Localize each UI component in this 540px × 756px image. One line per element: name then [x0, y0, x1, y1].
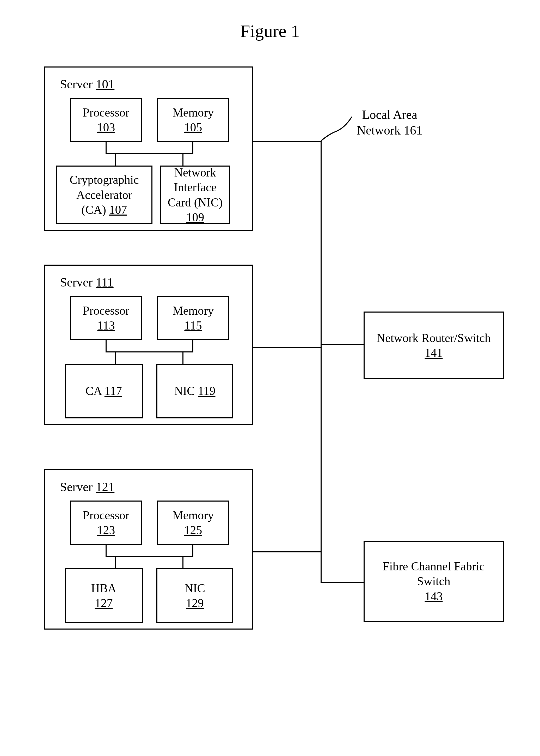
- server-1-bus-h: [105, 153, 194, 154]
- server-1-ca-l2: Accelerator: [76, 188, 132, 203]
- server-2-memory-ref: 115: [184, 318, 202, 333]
- server-1-processor-name: Processor: [83, 105, 130, 120]
- server-1-processor: Processor 103: [70, 98, 142, 142]
- network-router-switch: Network Router/Switch 141: [363, 312, 504, 379]
- server-2-bus-proc-v: [105, 340, 107, 352]
- server-3-hba: HBA 127: [65, 568, 143, 623]
- fcswitch-ref: 143: [425, 589, 443, 604]
- lan-label-l1: Local Area: [349, 107, 430, 122]
- server-2-memory-name: Memory: [173, 303, 214, 318]
- server-2-bus-mem-v: [192, 340, 194, 352]
- lan-stub-server1: [253, 141, 322, 142]
- server-1-ca-l3: (CA): [81, 203, 109, 217]
- server-2-prefix: Server: [60, 275, 96, 289]
- server-1-ca-ref: 107: [109, 203, 127, 217]
- server-2-ca: CA 117: [65, 364, 143, 418]
- server-3-memory: Memory 125: [157, 501, 229, 545]
- server-2-processor-name: Processor: [83, 303, 130, 318]
- lan-stub-server2: [253, 347, 322, 348]
- lan-backbone-v: [321, 141, 322, 583]
- server-3-bus-proc-v: [105, 545, 107, 556]
- lan-stub-router: [321, 344, 363, 345]
- server-3-nic-l1: NIC: [185, 581, 205, 596]
- server-3-bus-mem-v: [192, 545, 194, 556]
- server-2-nic-ref: 119: [198, 384, 215, 397]
- server-1-bus-ca-v: [115, 153, 116, 166]
- lan-stub-server3: [253, 551, 322, 552]
- server-1-nic: Network Interface Card (NIC) 109: [160, 166, 230, 224]
- server-3-memory-name: Memory: [173, 508, 214, 523]
- server-2-bus-h: [105, 352, 194, 353]
- server-1-memory-name: Memory: [173, 105, 214, 120]
- server-2-ca-ref: 117: [104, 384, 122, 397]
- server-3-nic: NIC 129: [156, 568, 233, 623]
- server-3-processor-ref: 123: [97, 523, 115, 538]
- server-1-nic-ref: 109: [186, 210, 204, 225]
- server-3-bus-nic-v: [183, 556, 184, 568]
- server-2-nic-l1: NIC: [174, 384, 198, 397]
- server-2-processor-ref: 113: [97, 318, 115, 333]
- server-3-nic-ref: 129: [186, 596, 204, 611]
- server-1-ca-l1: Cryptographic: [69, 172, 139, 188]
- server-2-bus-ca-v: [115, 352, 116, 364]
- server-3-memory-ref: 125: [184, 523, 202, 538]
- server-1-memory: Memory 105: [157, 98, 229, 142]
- server-2-nic: NIC 119: [156, 364, 233, 418]
- server-2-ca-l1: CA: [85, 384, 104, 397]
- fibre-channel-fabric-switch: Fibre Channel Fabric Switch 143: [363, 541, 504, 622]
- server-3-processor-name: Processor: [83, 508, 130, 523]
- server-3-bus-h: [105, 556, 194, 557]
- fcswitch-l2: Switch: [417, 574, 450, 589]
- server-1-bus-proc-v: [105, 142, 107, 154]
- server-1-label: Server 101: [60, 77, 114, 91]
- lan-label: Local Area Network 161: [349, 107, 430, 138]
- server-3-hba-l1: HBA: [91, 581, 116, 596]
- server-3-bus-hba-v: [115, 556, 116, 568]
- router-l1: Network Router/Switch: [377, 331, 491, 346]
- fcswitch-l1: Fibre Channel Fabric: [383, 559, 485, 574]
- server-2-memory: Memory 115: [157, 296, 229, 340]
- lan-label-l2: Network 161: [349, 122, 430, 138]
- server-1-nic-l3: Card (NIC): [168, 195, 223, 210]
- server-3-hba-ref: 127: [95, 596, 113, 611]
- router-ref: 141: [425, 346, 443, 361]
- server-1-nic-l2: Interface: [174, 180, 216, 195]
- server-3-ref: 121: [96, 480, 114, 494]
- server-2-label: Server 111: [60, 275, 114, 289]
- server-1-ca: Cryptographic Accelerator (CA) 107: [56, 166, 153, 224]
- server-3-label: Server 121: [60, 480, 114, 494]
- server-2-processor: Processor 113: [70, 296, 142, 340]
- server-1-memory-ref: 105: [184, 120, 202, 135]
- server-1-prefix: Server: [60, 77, 96, 91]
- server-3-prefix: Server: [60, 480, 96, 494]
- server-3-processor: Processor 123: [70, 501, 142, 545]
- server-2-ref: 111: [96, 275, 113, 289]
- lan-stub-fcswitch: [321, 582, 363, 583]
- server-1-processor-ref: 103: [97, 120, 115, 135]
- server-1-bus-mem-v: [192, 142, 194, 154]
- server-2-bus-nic-v: [183, 352, 184, 364]
- server-1-nic-l1: Network: [174, 165, 216, 180]
- figure-title: Figure 1: [240, 21, 300, 42]
- server-1-ref: 101: [96, 77, 114, 91]
- server-1-bus-nic-v: [183, 153, 184, 166]
